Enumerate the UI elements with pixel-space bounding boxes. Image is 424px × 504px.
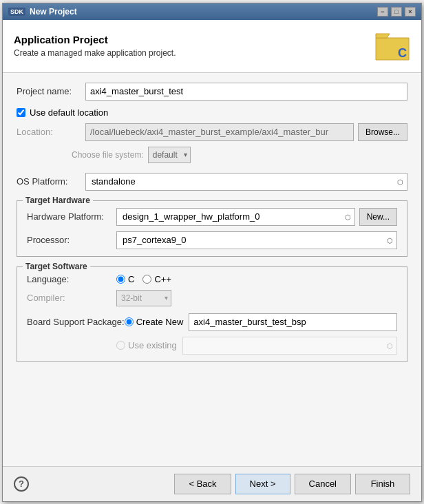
project-name-row: Project name:	[17, 83, 407, 101]
bsp-use-existing-option[interactable]: Use existing	[116, 340, 177, 350]
os-platform-label: OS Platform:	[17, 176, 85, 187]
bsp-existing-label: Use existing	[128, 340, 177, 350]
header-title: Application Project	[14, 34, 176, 45]
project-name-label: Project name:	[17, 86, 85, 96]
processor-label: Processor:	[27, 235, 116, 245]
back-button[interactable]: < Back	[174, 474, 231, 494]
language-label: Language:	[27, 274, 116, 284]
lang-c-radio[interactable]	[116, 275, 125, 284]
compiler-select-wrapper: 32-bit	[116, 290, 171, 306]
minimize-button[interactable]: −	[377, 7, 388, 17]
maximize-button[interactable]: □	[391, 7, 402, 17]
hardware-platform-row: Hardware Platform: design_1_wrapper_hw_p…	[27, 208, 397, 226]
bsp-label: Board Support Package:	[27, 317, 125, 327]
target-software-title: Target Software	[23, 262, 90, 271]
location-label: Location:	[17, 127, 85, 137]
project-name-input[interactable]	[85, 83, 407, 101]
target-hardware-title: Target Hardware	[23, 196, 93, 205]
finish-button[interactable]: Finish	[355, 474, 410, 494]
location-row: Location: Browse...	[17, 123, 407, 141]
footer-right: < Back Next > Cancel Finish	[174, 474, 410, 494]
processor-row: Processor: ps7_cortexa9_0	[27, 231, 397, 249]
os-platform-dropdown-wrapper: standalone linux freertos	[85, 173, 407, 191]
default-location-row: Use default location	[17, 107, 407, 118]
bsp-create-label: Create New	[136, 317, 184, 327]
compiler-row: Compiler: 32-bit	[27, 290, 397, 306]
header-subtitle: Create a managed make application projec…	[14, 48, 176, 58]
default-location-checkbox[interactable]	[17, 108, 25, 117]
bsp-create-radio[interactable]	[125, 317, 134, 326]
sdk-badge: SDK	[8, 8, 25, 16]
hw-platform-label: Hardware Platform:	[27, 211, 116, 222]
language-row: Language: C C++	[27, 274, 397, 284]
next-button[interactable]: Next >	[235, 474, 290, 494]
close-button[interactable]: ×	[405, 7, 416, 17]
browse-button[interactable]: Browse...	[358, 123, 407, 141]
filesystem-label: Choose file system:	[72, 150, 144, 160]
header-text: Application Project Create a managed mak…	[14, 34, 176, 58]
bsp-existing-dropdown-wrapper	[182, 337, 397, 355]
os-platform-select[interactable]: standalone linux freertos	[85, 173, 407, 191]
hw-platform-select[interactable]: design_1_wrapper_hw_platform_0	[116, 208, 355, 226]
bsp-existing-select[interactable]	[182, 337, 397, 355]
project-icon: C	[374, 28, 410, 64]
dialog-footer: ? < Back Next > Cancel Finish	[3, 466, 421, 501]
bsp-create-row: Board Support Package: Create New	[27, 313, 397, 331]
dialog-window: SDK New Project − □ × Application Projec…	[2, 3, 422, 502]
lang-cpp-radio[interactable]	[142, 275, 151, 284]
bsp-existing-radio[interactable]	[116, 341, 125, 350]
dialog-content: Project name: Use default location Locat…	[3, 73, 421, 466]
filesystem-row: Choose file system: default	[17, 147, 407, 163]
hw-platform-dropdown-wrapper: design_1_wrapper_hw_platform_0	[116, 208, 355, 226]
svg-text:C: C	[398, 46, 407, 60]
lang-c-label: C	[128, 274, 134, 284]
filesystem-select[interactable]: default	[148, 147, 191, 163]
compiler-select: 32-bit	[116, 290, 171, 306]
bsp-name-input[interactable]	[189, 313, 397, 331]
window-title: New Project	[30, 7, 77, 17]
compiler-label: Compiler:	[27, 293, 116, 303]
default-location-label: Use default location	[30, 107, 108, 118]
hw-platform-new-button[interactable]: New...	[359, 208, 397, 226]
cancel-button[interactable]: Cancel	[295, 474, 351, 494]
os-platform-row: OS Platform: standalone linux freertos	[17, 173, 407, 191]
title-bar-controls: − □ ×	[377, 7, 416, 17]
lang-cpp-option[interactable]: C++	[142, 274, 171, 284]
lang-c-option[interactable]: C	[116, 274, 134, 284]
title-bar: SDK New Project − □ ×	[3, 3, 421, 20]
dialog-header: Application Project Create a managed mak…	[3, 20, 421, 73]
processor-dropdown-wrapper: ps7_cortexa9_0	[116, 231, 397, 249]
location-input[interactable]	[85, 123, 354, 141]
target-software-group: Target Software Language: C C++ Com	[17, 266, 407, 362]
language-radio-group: C C++	[116, 274, 171, 284]
processor-select[interactable]: ps7_cortexa9_0	[116, 231, 397, 249]
help-button[interactable]: ?	[14, 476, 29, 492]
bsp-create-new-option[interactable]: Create New	[125, 317, 184, 327]
footer-left: ?	[14, 476, 29, 492]
lang-cpp-label: C++	[154, 274, 171, 284]
svg-marker-1	[376, 34, 390, 38]
bsp-existing-row: Use existing	[27, 337, 397, 355]
target-hardware-group: Target Hardware Hardware Platform: desig…	[17, 200, 407, 257]
